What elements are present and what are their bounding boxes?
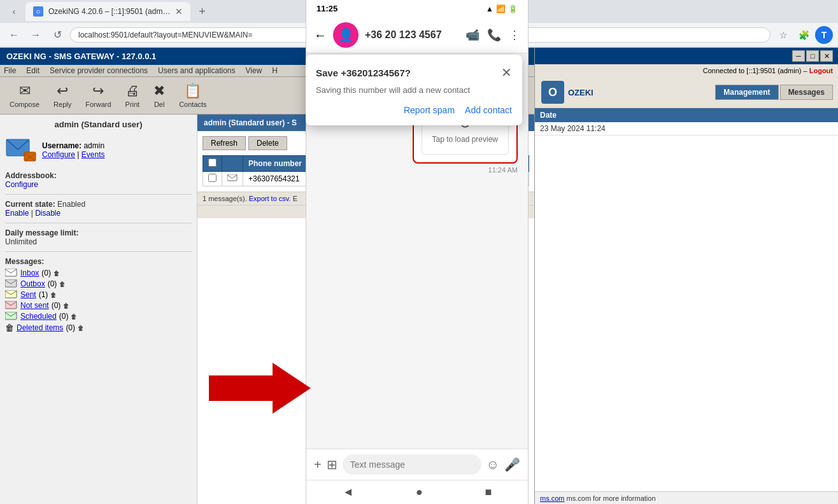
scheduled-envelope-icon: [5, 312, 18, 321]
menu-users-apps[interactable]: Users and applications: [158, 66, 235, 75]
more-options-icon[interactable]: ⋮: [509, 28, 520, 42]
contacts-button[interactable]: 📋 Contacts: [173, 80, 212, 111]
home-button[interactable]: ●: [416, 486, 423, 499]
scheduled-link[interactable]: Scheduled: [20, 312, 57, 321]
menu-file[interactable]: File: [4, 66, 16, 75]
print-icon: 🖨: [125, 83, 139, 99]
not-sent-link[interactable]: Not sent: [20, 301, 49, 310]
daily-limit-label: Daily message limit:: [5, 228, 78, 237]
reply-icon: ↩: [57, 83, 68, 99]
disable-link[interactable]: Disable: [35, 209, 60, 218]
menu-view[interactable]: View: [246, 66, 262, 75]
signal-icon: 📶: [496, 4, 506, 13]
reply-label: Reply: [53, 101, 71, 108]
outbox-envelope-icon: [5, 279, 18, 288]
status-icons: ▲ 📶 🔋: [486, 4, 518, 13]
addressbook-row: Addressbook: Configure: [5, 171, 192, 189]
phone-call-icon[interactable]: 📞: [487, 28, 501, 42]
phone-action-icons: 📹 📞 ⋮: [465, 28, 520, 42]
sent-link[interactable]: Sent: [20, 290, 36, 299]
add-attachment-icon[interactable]: +: [314, 458, 322, 472]
gallery-icon[interactable]: ⊞: [327, 457, 337, 472]
compose-button[interactable]: ✉ Compose: [4, 80, 45, 111]
chat-time-bottom: 11:24 AM: [413, 166, 518, 174]
user-icon: [5, 134, 37, 166]
inbox-icon2: 🗑: [53, 270, 60, 277]
recents-button[interactable]: ■: [485, 486, 492, 499]
maximize-button[interactable]: □: [806, 50, 819, 62]
close-button[interactable]: ✕: [820, 50, 833, 62]
enable-link[interactable]: Enable: [5, 209, 29, 218]
arrow-svg: [209, 363, 311, 414]
tab-title: OzekiNG 4.20.6 – [::1]:9501 (adm…: [48, 7, 170, 16]
back-icon[interactable]: ←: [314, 28, 327, 43]
daily-limit-value: Unlimited: [5, 237, 37, 246]
delete-button[interactable]: Delete: [248, 136, 287, 150]
mgmt-footer-link[interactable]: ms.com: [540, 494, 565, 502]
forward-label: Forward: [85, 101, 111, 108]
logout-link[interactable]: Logout: [809, 67, 833, 74]
menu-h[interactable]: H: [272, 66, 278, 75]
add-contact-button[interactable]: Add contact: [465, 105, 512, 115]
mic-icon[interactable]: 🎤: [504, 457, 520, 472]
menu-edit[interactable]: Edit: [26, 66, 39, 75]
outbox-icon2: 🗑: [59, 281, 66, 288]
browser-tab-ozeki[interactable]: O OzekiNG 4.20.6 – [::1]:9501 (adm… ✕: [25, 2, 190, 21]
select-all-checkbox[interactable]: [208, 158, 217, 167]
compose-icon: ✉: [19, 83, 31, 99]
report-spam-button[interactable]: Report spam: [404, 105, 455, 115]
back-nav-button[interactable]: ◄: [343, 486, 354, 499]
deleted-link[interactable]: Deleted items: [17, 323, 63, 332]
connected-label: Connected to [::1]:9501 (admin) –: [703, 67, 807, 74]
del-button[interactable]: ✖ Del: [148, 80, 171, 111]
outbox-link[interactable]: Outbox: [20, 279, 45, 288]
inbox-link[interactable]: Inbox: [20, 269, 39, 277]
phone-nav: ◄ ● ■: [306, 480, 528, 504]
mgmt-content: Date 23 May 2024 11:24: [535, 108, 838, 491]
video-call-icon[interactable]: 📹: [465, 28, 479, 42]
forward-button[interactable]: ↪ Forward: [80, 80, 117, 111]
mgmt-header: ─ □ ✕: [535, 48, 838, 64]
refresh-button[interactable]: Refresh: [202, 136, 246, 150]
sent-count: (1): [39, 290, 48, 299]
tab-back-btn[interactable]: ‹: [5, 3, 23, 20]
outbox-item: Outbox (0) 🗑: [5, 279, 192, 288]
forward-button[interactable]: →: [27, 26, 45, 44]
extensions-icon[interactable]: 🧩: [795, 26, 813, 44]
configure-link[interactable]: Configure: [42, 150, 75, 159]
logo-area: O OZEKI: [540, 80, 593, 105]
svg-marker-12: [209, 363, 311, 414]
message-input[interactable]: [343, 454, 481, 475]
minimize-button[interactable]: ─: [792, 50, 805, 62]
sidebar-title: admin (Standard user): [5, 120, 192, 129]
scheduled-count: (0): [59, 312, 69, 321]
row-envelope-icon: [227, 174, 238, 181]
new-tab-button[interactable]: +: [193, 3, 211, 20]
row-checkbox[interactable]: [208, 174, 217, 182]
daily-limit-row: Daily message limit: Unlimited: [5, 228, 192, 246]
preview-text: Tap to load preview: [432, 135, 498, 144]
battery-icon: 🔋: [508, 4, 518, 13]
emoji-icon[interactable]: ☺: [486, 458, 499, 472]
profile-button[interactable]: T: [815, 26, 833, 44]
close-tab-icon[interactable]: ✕: [175, 6, 183, 17]
deleted-item: 🗑 Deleted items (0) 🗑: [5, 323, 192, 333]
print-button[interactable]: 🖨 Print: [120, 80, 146, 111]
management-tab[interactable]: Management: [715, 85, 778, 100]
bookmark-icon[interactable]: ☆: [774, 26, 792, 44]
svg-rect-9: [227, 174, 237, 181]
popup-close-button[interactable]: ✕: [501, 65, 512, 80]
window-controls: ─ □ ✕: [792, 50, 833, 62]
refresh-button[interactable]: ↺: [48, 26, 66, 44]
back-button[interactable]: ←: [5, 26, 23, 44]
menu-service-provider[interactable]: Service provider connections: [50, 66, 148, 75]
messages-tab[interactable]: Messages: [780, 85, 833, 100]
sent-icon2: 🗑: [50, 291, 57, 298]
mgmt-footer-text: ms.com for more information: [567, 494, 656, 502]
addressbook-configure-link[interactable]: Configure: [5, 180, 38, 189]
username-label: Username:: [42, 141, 82, 150]
connected-bar: Connected to [::1]:9501 (admin) – Logout: [535, 64, 838, 77]
reply-button[interactable]: ↩ Reply: [48, 80, 77, 111]
events-link[interactable]: Events: [82, 150, 105, 159]
export-csv-link[interactable]: Export to csv.: [249, 195, 291, 202]
